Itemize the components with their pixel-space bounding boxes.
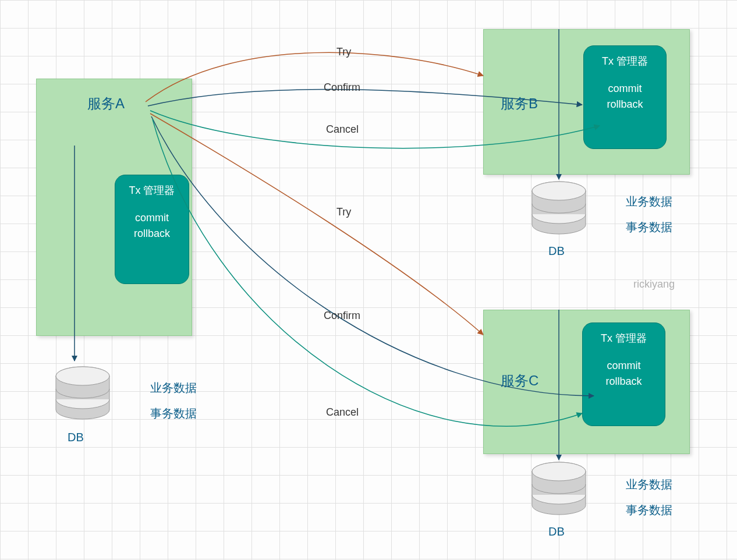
tx-manager-a-commit: commit [115,210,189,226]
db-c [530,461,588,513]
db-b [530,180,588,233]
edge-ac-try-label: Try [336,206,351,218]
db-c-label: DB [548,525,565,538]
service-b-label: 服务B [501,94,538,113]
service-a-label: 服务A [87,94,125,113]
tx-manager-b: Tx 管理器 commit rollback [583,45,667,149]
db-b-data-labels: 业务数据 事务数据 [626,189,672,240]
tx-manager-a: Tx 管理器 commit rollback [115,175,189,284]
db-a-label: DB [68,431,84,444]
db-c-transaction-data: 事务数据 [626,497,672,523]
edge-ac-confirm-label: Confirm [324,310,360,322]
edge-ac-cancel-label: Cancel [326,406,359,419]
tx-manager-a-rollback: rollback [115,226,189,242]
tx-manager-c-commit: commit [583,358,665,374]
db-b-business-data: 业务数据 [626,189,672,214]
tx-manager-b-commit: commit [584,81,666,97]
db-a-business-data: 业务数据 [150,375,197,400]
db-c-data-labels: 业务数据 事务数据 [626,472,672,523]
db-a-data-labels: 业务数据 事务数据 [150,375,197,426]
db-a [54,366,112,418]
tx-manager-a-title: Tx 管理器 [115,183,189,197]
svg-point-5 [532,462,586,481]
tx-manager-c: Tx 管理器 commit rollback [582,322,665,426]
svg-point-3 [532,182,586,200]
tx-manager-b-rollback: rollback [584,97,666,112]
tx-manager-c-title: Tx 管理器 [583,331,665,345]
db-a-transaction-data: 事务数据 [150,400,197,426]
db-b-label: DB [548,244,565,258]
db-c-business-data: 业务数据 [626,472,672,497]
watermark: rickiyang [633,278,675,290]
edge-ab-cancel-label: Cancel [326,123,359,136]
edge-ab-try-label: Try [336,46,351,58]
tx-manager-c-rollback: rollback [583,374,665,389]
db-b-transaction-data: 事务数据 [626,214,672,240]
edge-ab-confirm-label: Confirm [324,81,360,94]
svg-point-1 [56,367,109,385]
service-c-label: 服务C [501,371,538,390]
tx-manager-b-title: Tx 管理器 [584,54,666,68]
